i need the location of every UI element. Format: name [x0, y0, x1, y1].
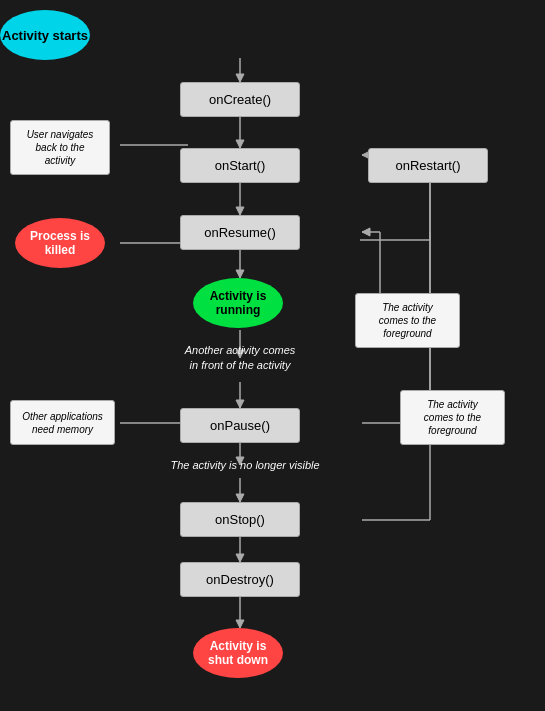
lifecycle-diagram: Activity starts onCreate() User navigate…: [0, 0, 545, 711]
onpause-node: onPause(): [180, 408, 300, 443]
activity-shutdown-label: Activity is shut down: [208, 639, 268, 667]
oncreate-label: onCreate(): [209, 92, 271, 107]
process-killed-node: Process is killed: [15, 218, 105, 268]
other-apps-text: Other applications need memory: [22, 410, 103, 436]
oncreate-node: onCreate(): [180, 82, 300, 117]
activity-foreground2-label: The activity comes to the foreground: [400, 390, 505, 445]
ondestroy-label: onDestroy(): [206, 572, 274, 587]
other-apps-label: Other applications need memory: [10, 400, 115, 445]
onpause-label: onPause(): [210, 418, 270, 433]
process-killed-label: Process is killed: [30, 229, 90, 257]
activity-foreground1-text: The activity comes to the foreground: [379, 301, 436, 340]
onrestart-label: onRestart(): [395, 158, 460, 173]
activity-running-node: Activity is running: [193, 278, 283, 328]
svg-marker-15: [236, 494, 244, 502]
svg-marker-19: [236, 620, 244, 628]
another-activity-text: Another activity comes in front of the a…: [185, 343, 296, 372]
svg-marker-11: [236, 400, 244, 408]
activity-starts-label: Activity starts: [2, 28, 88, 43]
svg-marker-7: [236, 270, 244, 278]
onresume-label: onResume(): [204, 225, 276, 240]
activity-starts-node: Activity starts: [0, 10, 90, 60]
onrestart-node: onRestart(): [368, 148, 488, 183]
svg-marker-1: [236, 74, 244, 82]
onstop-label: onStop(): [215, 512, 265, 527]
svg-marker-3: [236, 140, 244, 148]
ondestroy-node: onDestroy(): [180, 562, 300, 597]
activity-foreground1-label: The activity comes to the foreground: [355, 293, 460, 348]
svg-marker-32: [362, 228, 370, 236]
user-navigates-label: User navigates back to the activity: [10, 120, 110, 175]
onresume-node: onResume(): [180, 215, 300, 250]
user-navigates-text: User navigates back to the activity: [27, 128, 94, 167]
onstop-node: onStop(): [180, 502, 300, 537]
no-longer-visible-text: The activity is no longer visible: [170, 458, 319, 472]
activity-foreground2-text: The activity comes to the foreground: [424, 398, 481, 437]
svg-marker-17: [236, 554, 244, 562]
no-longer-visible-label: The activity is no longer visible: [145, 454, 345, 476]
svg-marker-5: [236, 207, 244, 215]
activity-running-label: Activity is running: [210, 289, 267, 317]
activity-shutdown-node: Activity is shut down: [193, 628, 283, 678]
onstart-node: onStart(): [180, 148, 300, 183]
another-activity-label: Another activity comes in front of the a…: [160, 335, 320, 380]
onstart-label: onStart(): [215, 158, 266, 173]
